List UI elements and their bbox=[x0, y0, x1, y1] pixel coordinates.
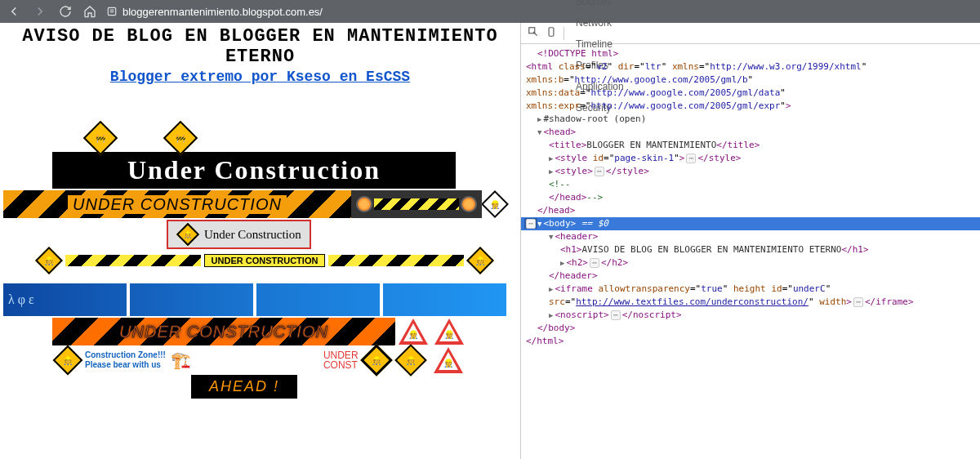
doctype-node[interactable]: <!DOCTYPE html> bbox=[537, 48, 618, 59]
devtools-tab-sources[interactable]: Sources bbox=[568, 0, 632, 12]
hazard-tape bbox=[328, 255, 464, 266]
device-toggle-button[interactable] bbox=[542, 26, 560, 40]
hazard-tape bbox=[65, 255, 201, 266]
devtools-tab-network[interactable]: Network bbox=[568, 12, 632, 33]
construction-zone-text: Construction Zone!!!Please bear with us bbox=[85, 350, 166, 370]
url-text: bloggerenmantenimiento.blogspot.com.es/ bbox=[122, 6, 323, 18]
expand-arrow[interactable] bbox=[549, 283, 553, 294]
warning-diamond-icon: 👷 bbox=[53, 345, 83, 376]
warning-triangle-icon: 👷 bbox=[434, 319, 464, 345]
back-button[interactable] bbox=[7, 4, 21, 19]
page-viewport: AVISO DE BLOG EN BLOGGER EN MANTENIMIENT… bbox=[0, 23, 521, 459]
home-button[interactable] bbox=[83, 5, 96, 18]
under-construction-banner: Under Construction bbox=[52, 152, 456, 189]
selected-node[interactable]: <body> == $0 bbox=[521, 217, 980, 230]
blue-animated-strip: λ φ ε bbox=[3, 283, 510, 316]
warning-diamond-icon: 👷 bbox=[394, 344, 427, 377]
devtools-tabs: ElementsConsoleSourcesNetworkTimelinePro… bbox=[521, 23, 980, 44]
reload-button[interactable] bbox=[59, 5, 72, 18]
tape-label: UNDER CONSTRUCTION bbox=[204, 254, 326, 267]
warning-lamp-icon bbox=[356, 196, 372, 212]
expand-arrow[interactable] bbox=[560, 257, 564, 268]
ahead-sign: AHEAD ! bbox=[191, 375, 297, 399]
warning-triangle-icon: 👷 bbox=[434, 347, 463, 373]
collapse-arrow[interactable] bbox=[537, 127, 541, 137]
warning-light-bar bbox=[351, 190, 482, 218]
worker-diamond-icon: 👷 bbox=[481, 190, 509, 218]
construction-iframe: 🚧 🚧 Under Construction UNDER CONSTRUCTIO… bbox=[3, 126, 517, 399]
page-info-icon bbox=[106, 6, 118, 17]
banner-text: UNDER CONSTRUCTION bbox=[68, 195, 287, 214]
forward-button[interactable] bbox=[33, 4, 47, 19]
page-subtitle: Blogger extremo por Kseso en EsCSS bbox=[3, 69, 517, 85]
elements-tree[interactable]: <!DOCTYPE html> <html class="v2" dir="lt… bbox=[521, 44, 980, 351]
subtitle-link[interactable]: Blogger extremo por Kseso en EsCSS bbox=[110, 69, 410, 85]
expand-arrow[interactable] bbox=[537, 114, 541, 124]
banner-text: UNDER CONSTRUCTION bbox=[114, 323, 333, 341]
expand-arrow[interactable] bbox=[549, 310, 553, 320]
under-const-label: UNDERCONST bbox=[322, 350, 360, 370]
devtools-panel: ElementsConsoleSourcesNetworkTimelinePro… bbox=[521, 23, 980, 459]
warning-diamond-icon: 🚧 bbox=[163, 121, 198, 155]
page-h1: AVISO DE BLOG EN BLOGGER EN MANTENIMIENT… bbox=[3, 26, 517, 67]
warning-diamond-icon: 👷 bbox=[466, 247, 494, 274]
expand-arrow[interactable] bbox=[549, 166, 553, 176]
worker-icon: 👷 bbox=[176, 223, 199, 246]
expand-arrow[interactable] bbox=[549, 153, 553, 163]
forklift-icon: 🏗️ bbox=[171, 350, 191, 370]
warning-diamond-icon: 👷 bbox=[35, 247, 63, 274]
sign-text: Under Construction bbox=[204, 228, 301, 242]
svg-rect-4 bbox=[549, 28, 554, 37]
hazard-stripe-banner: UNDER CONSTRUCTION bbox=[3, 190, 351, 218]
warning-triangle-icon: 👷 bbox=[399, 319, 428, 345]
warning-lamp-icon bbox=[461, 196, 477, 212]
hazard-stripe-banner: UNDER CONSTRUCTION bbox=[52, 318, 395, 345]
inspect-element-button[interactable] bbox=[524, 26, 542, 40]
under-construction-sign: 👷 Under Construction bbox=[167, 220, 311, 249]
warning-diamond-icon: 🚧 bbox=[83, 121, 118, 155]
address-bar[interactable]: bloggerenmantenimiento.blogspot.com.es/ bbox=[106, 6, 973, 18]
collapse-arrow[interactable] bbox=[549, 231, 553, 242]
greek-letters: λ φ ε bbox=[3, 283, 130, 316]
browser-toolbar: bloggerenmantenimiento.blogspot.com.es/ bbox=[0, 0, 980, 23]
warning-diamond-icon: 👷 bbox=[360, 344, 393, 377]
